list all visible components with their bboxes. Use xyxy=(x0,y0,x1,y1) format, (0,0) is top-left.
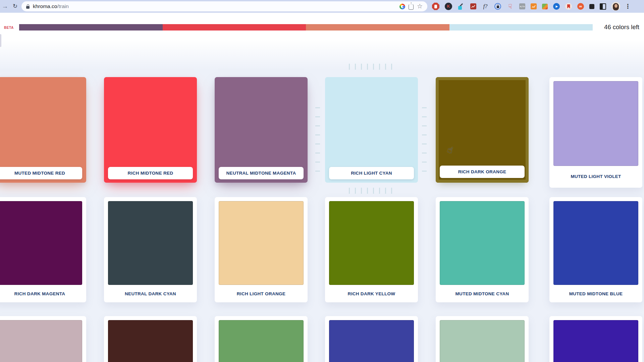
reload-icon[interactable]: ↻ xyxy=(10,0,20,13)
color-card[interactable]: RICH LIGHT ORANGE xyxy=(215,197,308,302)
progress-segment xyxy=(449,24,593,31)
color-card[interactable]: MUTED MIDTONE RED xyxy=(0,77,86,183)
color-card-new[interactable]: RICH LIGHT CYAN xyxy=(325,77,418,183)
color-swatch xyxy=(440,201,525,285)
color-card[interactable]: NEUTRAL DARK CYAN xyxy=(104,197,197,302)
color-swatch xyxy=(553,81,638,166)
stats-orange-icon[interactable] xyxy=(531,3,537,9)
address-bar[interactable]: khroma.co/train ☆ xyxy=(21,1,427,11)
color-card[interactable]: RICH MIDTONE RED xyxy=(104,77,197,183)
color-card[interactable]: MUTED LIGHT VIOLET xyxy=(549,77,642,188)
google-g-icon[interactable] xyxy=(399,4,405,9)
browser-menu-icon[interactable]: ⋮ xyxy=(626,3,630,10)
beta-badge: BETA xyxy=(4,26,14,29)
progress-segment xyxy=(163,24,306,31)
color-name-label: MUTED MIDTONE CYAN xyxy=(440,285,525,302)
training-progress-bar xyxy=(19,24,593,31)
code-viewer-icon[interactable]: </> xyxy=(519,3,525,9)
color-swatch xyxy=(553,320,638,362)
share-icon[interactable] xyxy=(409,4,414,10)
color-name-label: MUTED LIGHT VIOLET xyxy=(553,166,638,187)
color-swatch xyxy=(219,320,304,362)
browser-toolbar: → ↻ khroma.co/train ☆ K f? ☟ </> ▶ ∞ ⋮ xyxy=(0,0,644,13)
profile-avatar[interactable] xyxy=(611,2,620,11)
color-picker-icon[interactable] xyxy=(458,3,465,10)
color-swatch xyxy=(219,201,304,285)
color-name-label: RICH DARK MAGENTA xyxy=(0,285,82,302)
color-swatch xyxy=(108,320,193,362)
color-card[interactable]: MUTED MIDTONE CYAN xyxy=(436,197,529,302)
video-play-icon[interactable]: ▶ xyxy=(553,3,560,10)
color-name-pill: RICH MIDTONE RED xyxy=(108,167,193,179)
forward-icon[interactable]: → xyxy=(0,0,10,13)
khroma-train-page: BETA 46 colors left xyxy=(0,13,644,362)
burst-ticks-bottom xyxy=(349,188,396,194)
color-name-label: RICH LIGHT ORANGE xyxy=(219,285,304,302)
color-card[interactable]: RICH DARK YELLOW xyxy=(325,197,418,302)
color-swatch xyxy=(0,320,82,362)
color-name-pill: RICH LIGHT CYAN xyxy=(329,167,414,179)
color-card[interactable] xyxy=(549,316,642,362)
color-card[interactable] xyxy=(215,316,308,362)
progress-segment xyxy=(19,24,163,31)
color-swatch xyxy=(108,201,193,285)
color-name-pill: RICH DARK ORANGE xyxy=(440,166,525,178)
color-card[interactable]: RICH DARK MAGENTA xyxy=(0,197,86,302)
color-name-pill: MUTED MIDTONE RED xyxy=(0,167,82,179)
bookmark-saver-icon[interactable] xyxy=(565,3,572,10)
color-card[interactable] xyxy=(325,316,418,362)
reader-mode-icon[interactable] xyxy=(600,3,606,10)
color-card[interactable]: NEUTRAL MIDTONE MAGENTA xyxy=(215,77,308,183)
stats-red-icon[interactable] xyxy=(470,3,476,9)
adblock-icon[interactable] xyxy=(432,3,439,10)
lock-icon[interactable] xyxy=(26,6,30,9)
color-swatch xyxy=(0,201,82,285)
k-app-icon[interactable]: K xyxy=(445,3,452,10)
vegetables-icon[interactable] xyxy=(542,4,548,9)
khroma-logo-partial xyxy=(0,34,1,47)
privacy-lock-icon[interactable] xyxy=(494,3,501,10)
color-swatch xyxy=(329,320,414,362)
thumbs-down-icon[interactable]: ☟ xyxy=(506,3,514,10)
color-swatch xyxy=(440,320,525,362)
color-card[interactable]: MUTED MIDTONE BLUE xyxy=(549,197,642,302)
color-card[interactable] xyxy=(436,316,529,362)
color-card[interactable] xyxy=(104,316,197,362)
extensions-bar: K f? ☟ </> ▶ ∞ ⋮ xyxy=(432,0,630,13)
url-text[interactable]: khroma.co/train xyxy=(33,3,69,9)
burst-ticks-left xyxy=(315,107,320,178)
extensions-puzzle-icon[interactable] xyxy=(589,4,594,9)
colors-left-counter: 46 colors left xyxy=(604,23,639,31)
bookmark-star-icon[interactable]: ☆ xyxy=(417,3,423,9)
color-name-pill: NEUTRAL MIDTONE MAGENTA xyxy=(219,167,304,179)
progress-segment xyxy=(306,24,449,31)
burst-ticks-right xyxy=(422,107,427,178)
color-card[interactable] xyxy=(0,316,86,362)
font-finder-icon[interactable]: f? xyxy=(482,3,489,10)
color-name-label: RICH DARK YELLOW xyxy=(329,285,414,302)
burst-ticks-top xyxy=(349,64,396,70)
color-swatch xyxy=(553,201,638,285)
color-name-label: NEUTRAL DARK CYAN xyxy=(108,285,193,302)
infinity-app-icon[interactable]: ∞ xyxy=(577,3,584,10)
color-swatch xyxy=(329,201,414,285)
color-name-label: MUTED MIDTONE BLUE xyxy=(553,285,638,302)
color-card-hovered[interactable]: RICH DARK ORANGE xyxy=(436,77,529,183)
